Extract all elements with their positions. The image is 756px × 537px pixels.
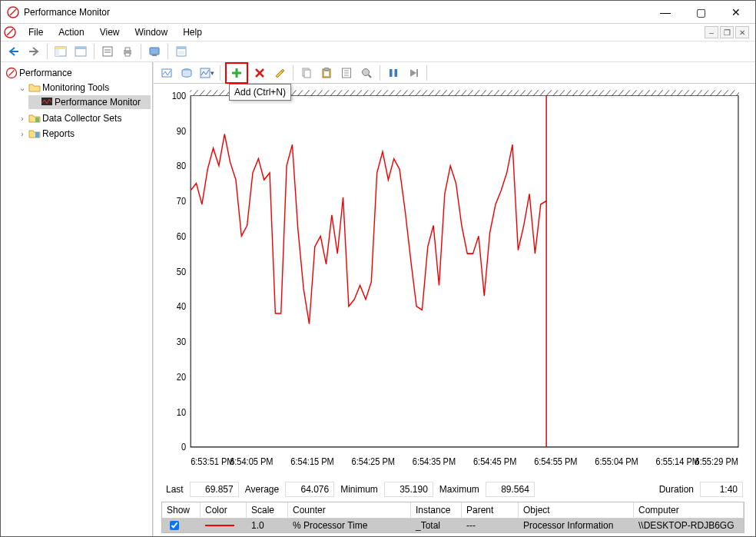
main-toolbar: [1, 41, 755, 62]
tree-root-label: Performance: [19, 68, 72, 78]
view-log-data-button[interactable]: [178, 65, 195, 81]
counter-color-swatch: [205, 525, 234, 526]
tree-item-label: Monitoring Tools: [42, 82, 109, 93]
expand-icon[interactable]: ›: [18, 114, 27, 123]
svg-text:6:54:05 PM: 6:54:05 PM: [230, 456, 273, 467]
counter-object: Processor Information: [519, 520, 634, 531]
col-parent[interactable]: Parent: [462, 502, 519, 519]
view-current-activity-button[interactable]: [158, 65, 175, 81]
counters-table[interactable]: Show Color Scale Counter Instance Parent…: [161, 502, 744, 533]
menu-help[interactable]: Help: [175, 25, 210, 39]
col-computer[interactable]: Computer: [634, 502, 744, 519]
mdi-minimize[interactable]: –: [705, 26, 718, 38]
window-title: Performance Monitor: [24, 7, 648, 18]
counter-instance: _Total: [411, 520, 462, 531]
menu-action[interactable]: Action: [51, 25, 91, 39]
mdi-restore[interactable]: ❐: [720, 26, 734, 38]
tree-monitoring-tools[interactable]: ⌄ Monitoring Tools: [16, 81, 151, 94]
back-button[interactable]: [5, 43, 22, 60]
folder-icon: [28, 81, 41, 94]
close-button[interactable]: ✕: [718, 1, 754, 24]
svg-text:60: 60: [177, 230, 187, 242]
update-data-button[interactable]: [405, 65, 422, 81]
paste-counter-list-button[interactable]: [318, 65, 335, 81]
highlight-button[interactable]: [271, 65, 288, 81]
delete-counter-button[interactable]: [251, 65, 268, 81]
perfmon-root-icon: [5, 67, 18, 79]
svg-rect-47: [416, 69, 418, 77]
svg-rect-38: [324, 71, 329, 76]
titlebar: Performance Monitor — ▢ ✕: [1, 1, 755, 24]
svg-rect-37: [324, 68, 329, 70]
svg-text:0: 0: [181, 442, 187, 453]
detail-pane: Add (Ctrl+N) 01020304050607080901006:53:…: [153, 62, 755, 536]
expand-icon[interactable]: ⌄: [18, 84, 27, 92]
menu-view[interactable]: View: [92, 25, 128, 39]
svg-text:6:54:25 PM: 6:54:25 PM: [352, 456, 395, 467]
svg-line-1: [10, 9, 16, 15]
svg-rect-16: [125, 53, 130, 56]
freeze-display-button[interactable]: [146, 43, 163, 60]
svg-text:6:55:04 PM: 6:55:04 PM: [595, 456, 638, 467]
zoom-button[interactable]: [358, 65, 375, 81]
value-minimum: 35.190: [384, 482, 433, 497]
new-window-button[interactable]: [72, 43, 89, 60]
svg-text:6:55:14 PM: 6:55:14 PM: [656, 456, 699, 467]
perfmon-toolbar: Add (Ctrl+N): [154, 62, 755, 84]
toolbar-settings-button[interactable]: [173, 43, 190, 60]
expand-icon[interactable]: ›: [18, 130, 27, 138]
col-color[interactable]: Color: [201, 502, 247, 519]
svg-rect-17: [150, 48, 159, 55]
counter-show-checkbox[interactable]: [170, 521, 179, 530]
value-duration: 1:40: [700, 482, 743, 497]
value-last: 69.857: [190, 482, 239, 497]
menu-file[interactable]: File: [21, 25, 51, 39]
properties-button[interactable]: [99, 43, 116, 60]
counter-name: % Processor Time: [288, 520, 411, 531]
print-button[interactable]: [119, 43, 136, 60]
freeze-button[interactable]: [385, 65, 402, 81]
col-counter[interactable]: Counter: [288, 502, 411, 519]
svg-rect-21: [178, 51, 184, 55]
value-maximum: 89.564: [486, 482, 535, 497]
forward-button[interactable]: [25, 43, 42, 60]
col-object[interactable]: Object: [519, 502, 634, 519]
counters-header[interactable]: Show Color Scale Counter Instance Parent…: [162, 502, 744, 519]
svg-text:100: 100: [172, 90, 187, 101]
tree-performance-monitor[interactable]: Performance Monitor: [28, 95, 151, 109]
col-show[interactable]: Show: [162, 502, 201, 519]
menu-window[interactable]: Window: [128, 25, 176, 39]
console-tree[interactable]: Performance ⌄ Monitoring Tools: [1, 62, 153, 536]
properties-button[interactable]: [338, 65, 355, 81]
col-instance[interactable]: Instance: [411, 502, 462, 519]
tree-reports[interactable]: › Reports: [16, 127, 151, 141]
show-hide-tree-button[interactable]: [52, 43, 69, 60]
report-icon: [28, 128, 41, 140]
col-scale[interactable]: Scale: [247, 502, 288, 519]
label-duration: Duration: [656, 484, 697, 495]
maximize-button[interactable]: ▢: [683, 1, 718, 24]
mdi-controls: – ❐ ✕: [705, 26, 752, 38]
counter-row[interactable]: 1.0 % Processor Time _Total --- Processo…: [162, 519, 744, 532]
svg-rect-25: [35, 118, 39, 122]
tree-root[interactable]: Performance: [4, 66, 151, 80]
line-chart[interactable]: 01020304050607080901006:53:51 PM6:54:05 …: [160, 88, 746, 477]
chart-area[interactable]: 01020304050607080901006:53:51 PM6:54:05 …: [155, 85, 754, 535]
copy-properties-button[interactable]: [298, 65, 315, 81]
svg-line-23: [9, 71, 15, 76]
change-graph-type-button[interactable]: [198, 65, 215, 81]
svg-text:6:53:51 PM: 6:53:51 PM: [191, 456, 234, 467]
svg-text:6:54:35 PM: 6:54:35 PM: [413, 456, 456, 467]
svg-text:90: 90: [177, 125, 187, 137]
svg-text:30: 30: [177, 336, 187, 347]
add-counter-button[interactable]: [228, 65, 245, 81]
stats-row: Last 69.857 Average 64.076 Minimum 35.19…: [160, 477, 746, 502]
svg-rect-18: [152, 55, 157, 56]
label-last: Last: [163, 484, 187, 495]
tree-data-collector-sets[interactable]: › Data Collector Sets: [16, 111, 151, 125]
mdi-close[interactable]: ✕: [735, 26, 749, 38]
label-minimum: Minimum: [337, 484, 381, 495]
minimize-button[interactable]: —: [648, 1, 683, 24]
menubar: File Action View Window Help – ❐ ✕: [1, 24, 755, 41]
counter-computer: \\DESKTOP-RDJB6GG: [634, 520, 744, 531]
